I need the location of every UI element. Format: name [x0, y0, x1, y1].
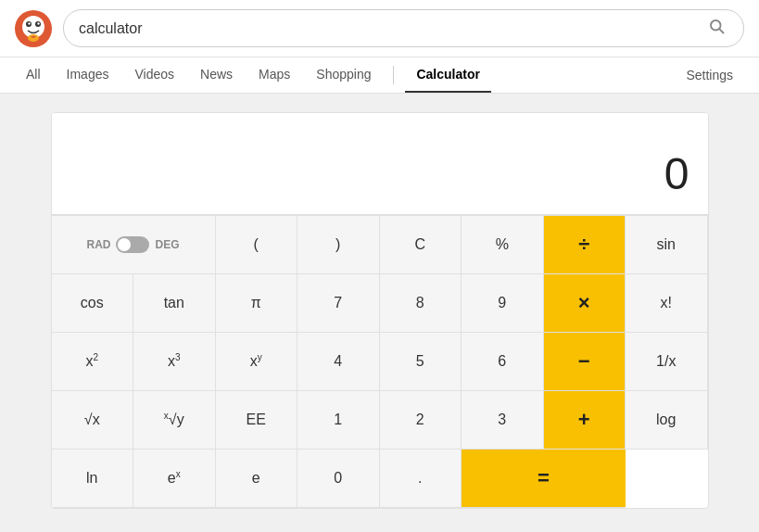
svg-line-8 [719, 29, 723, 32]
main-content: 0 RAD DEG ( ) C % ÷ sin cos tan π 7 8 9 … [0, 94, 759, 527]
settings-link[interactable]: Settings [675, 58, 744, 92]
tab-images[interactable]: Images [56, 57, 120, 93]
btn-power-y[interactable]: xy [216, 333, 298, 391]
svg-point-5 [37, 22, 39, 24]
btn-plus[interactable]: + [544, 391, 626, 450]
btn-6[interactable]: 6 [462, 333, 544, 391]
btn-3[interactable]: 3 [462, 391, 544, 450]
btn-tan[interactable]: tan [133, 274, 216, 333]
btn-minus[interactable]: − [544, 333, 626, 391]
btn-ln[interactable]: ln [52, 450, 134, 508]
btn-sqrt[interactable]: √x [52, 391, 134, 450]
btn-exp[interactable]: ex [133, 450, 216, 508]
tab-all[interactable]: All [15, 57, 52, 93]
nav-separator [393, 66, 394, 84]
tab-maps[interactable]: Maps [247, 57, 301, 93]
calc-display: 0 [52, 113, 708, 215]
btn-5[interactable]: 5 [380, 333, 462, 391]
tab-calculator[interactable]: Calculator [405, 57, 490, 93]
display-value: 0 [664, 148, 689, 199]
btn-square[interactable]: x2 [52, 333, 134, 391]
btn-factorial[interactable]: x! [626, 274, 708, 333]
btn-euler[interactable]: e [216, 450, 298, 508]
btn-0[interactable]: 0 [297, 450, 380, 508]
btn-pi[interactable]: π [216, 274, 298, 333]
btn-2[interactable]: 2 [380, 391, 462, 450]
btn-percent[interactable]: % [462, 216, 544, 274]
btn-open-paren[interactable]: ( [216, 216, 298, 274]
btn-reciprocal[interactable]: 1/x [626, 333, 708, 391]
tab-news[interactable]: News [189, 57, 244, 93]
btn-clear[interactable]: C [380, 216, 462, 274]
search-bar: calculator [63, 9, 744, 47]
tab-videos[interactable]: Videos [123, 57, 185, 93]
search-input[interactable]: calculator [79, 20, 704, 37]
btn-1[interactable]: 1 [297, 391, 380, 450]
btn-ee[interactable]: EE [216, 391, 298, 450]
btn-nth-root[interactable]: x√y [133, 391, 216, 450]
header: calculator [0, 0, 759, 57]
calculator: 0 RAD DEG ( ) C % ÷ sin cos tan π 7 8 9 … [51, 112, 709, 509]
deg-label: DEG [155, 238, 179, 251]
btn-4[interactable]: 4 [297, 333, 380, 391]
tab-shopping[interactable]: Shopping [305, 57, 382, 93]
btn-close-paren[interactable]: ) [297, 216, 380, 274]
btn-sin[interactable]: sin [626, 216, 708, 274]
svg-point-4 [28, 22, 30, 24]
logo[interactable] [15, 10, 52, 47]
toggle-switch[interactable] [116, 236, 149, 253]
btn-7[interactable]: 7 [297, 274, 380, 333]
btn-decimal[interactable]: . [380, 450, 462, 508]
btn-multiply[interactable]: × [544, 274, 626, 333]
btn-divide[interactable]: ÷ [544, 216, 626, 274]
btn-cos[interactable]: cos [52, 274, 134, 333]
rad-label: RAD [86, 238, 110, 251]
calc-grid: RAD DEG ( ) C % ÷ sin cos tan π 7 8 9 × … [52, 215, 708, 508]
search-button[interactable] [704, 18, 728, 39]
nav-tabs: All Images Videos News Maps Shopping Cal… [0, 57, 759, 94]
btn-cube[interactable]: x3 [133, 333, 216, 391]
btn-8[interactable]: 8 [380, 274, 462, 333]
btn-log[interactable]: log [626, 391, 708, 450]
btn-9[interactable]: 9 [462, 274, 544, 333]
btn-equals[interactable]: = [462, 450, 626, 508]
rad-deg-toggle[interactable]: RAD DEG [52, 216, 216, 274]
